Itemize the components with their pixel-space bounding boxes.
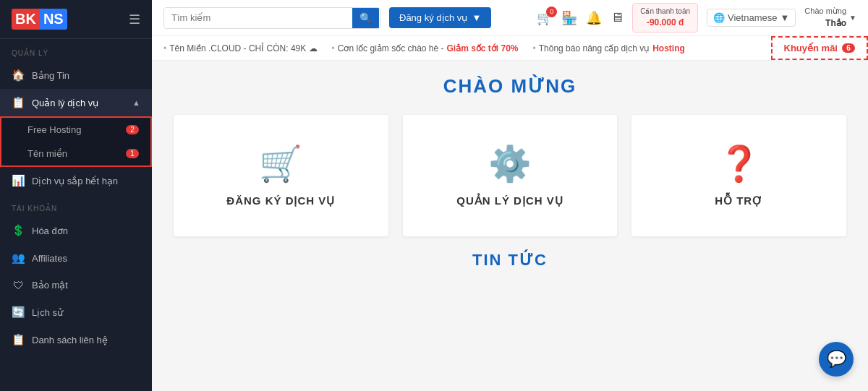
sidebar-item-lich-su[interactable]: 🔄 Lịch sử xyxy=(0,298,152,326)
sidebar-item-label-danh-sach-lien-he: Danh sách liên hệ xyxy=(32,335,108,345)
payment-label: Cần thanh toán xyxy=(640,7,690,17)
sidebar-item-label-bao-mat: Bảo mật xyxy=(32,280,68,291)
sidebar-item-label-affiliates: Affiliates xyxy=(32,253,67,264)
logo: BKNS xyxy=(12,9,67,30)
sidebar-item-quan-ly-dich-vu[interactable]: 📋 Quản lý dịch vụ ▲ xyxy=(0,89,152,116)
sidebar-item-label-bang-tin: Bảng Tin xyxy=(32,70,69,81)
greeting-line1: Chào mừng xyxy=(804,6,846,17)
search-bar: 🔍 xyxy=(163,7,380,29)
sidebar-item-dich-vu-sap-hot-han[interactable]: 📊 Dịch vụ sắp hết hạn xyxy=(0,167,152,194)
card-label-dang-ky: ĐĂNG KÝ DỊCH VỤ xyxy=(226,194,335,207)
card-label-ho-tro: HỖ TRỢ xyxy=(715,194,763,207)
sidebar-item-hoa-don[interactable]: 💲 Hóa đơn xyxy=(0,217,152,244)
header-icons: 🛒 0 🏪 🔔 🖥 Cần thanh toán -90.000 đ 🌐 Vie… xyxy=(537,3,856,33)
chat-button[interactable]: 💬 xyxy=(819,342,854,377)
home-icon: 🏠 xyxy=(12,69,25,82)
sidebar: BKNS ☰ QUẢN LÝ 🏠 Bảng Tin 📋 Quản lý dịch… xyxy=(0,0,152,391)
search-input[interactable] xyxy=(164,8,352,27)
news-bar: • Tên Miền .CLOUD - CHỈ CÒN: 49K ☁ • Cơn… xyxy=(152,36,868,61)
lang-chevron-icon: ▼ xyxy=(780,12,789,23)
chevron-up-icon: ▲ xyxy=(132,98,140,107)
lang-selector[interactable]: 🌐 Vietnamese ▼ xyxy=(707,9,796,27)
free-hosting-badge: 2 xyxy=(126,125,139,134)
cards-grid: 🛒 ĐĂNG KÝ DỊCH VỤ ⚙️ QUẢN LÝ DỊCH VỤ ❓ H… xyxy=(174,115,846,236)
card-label-quan-ly: QUẢN LÝ DỊCH VỤ xyxy=(456,194,563,207)
sidebar-item-label-lich-su: Lịch sử xyxy=(32,307,63,318)
submenu-quan-ly-dich-vu: Free Hosting 2 Tên miền 1 ← xyxy=(0,116,152,167)
logo-ns: NS xyxy=(40,9,67,30)
shop-icon: 🏪 xyxy=(561,11,577,25)
news-item-3: • Thông báo nâng cấp dịch vụ Hosting xyxy=(533,43,685,53)
section-label-tai-khoan: TÀI KHOẢN xyxy=(0,194,152,217)
shield-icon: 🛡 xyxy=(12,279,25,291)
card-dang-ky-dich-vu[interactable]: 🛒 ĐĂNG KÝ DỊCH VỤ xyxy=(174,115,388,236)
news-section-title: TIN TỨC xyxy=(174,251,846,270)
affiliates-icon: 👥 xyxy=(12,252,25,265)
shop-icon-wrap[interactable]: 🏪 xyxy=(561,10,577,26)
cart-badge: 0 xyxy=(546,7,557,17)
promo-button[interactable]: Khuyến mãi 6 xyxy=(771,36,868,60)
chart-icon: 📊 xyxy=(12,174,25,187)
greeting-text: Chào mừng Thảo xyxy=(804,6,846,29)
sidebar-item-label-dich-vu: Dịch vụ sắp hết hạn xyxy=(32,176,118,186)
cart-icon-wrap[interactable]: 🛒 0 xyxy=(537,10,553,26)
card-quan-ly-dich-vu[interactable]: ⚙️ QUẢN LÝ DỊCH VỤ xyxy=(403,115,618,236)
chat-icon: 💬 xyxy=(827,350,846,369)
ten-mien-badge: 1 xyxy=(126,149,139,158)
payment-amount: -90.000 đ xyxy=(640,17,690,29)
sidebar-item-affiliates[interactable]: 👥 Affiliates xyxy=(0,244,152,272)
top-header: 🔍 Đăng ký dịch vụ ▼ 🛒 0 🏪 🔔 🖥 Cần thanh … xyxy=(152,0,868,36)
news-item-2: • Cơn lốc giảm sốc chào hè - Giảm sốc tớ… xyxy=(332,43,519,53)
sidebar-item-label-quan-ly-dich-vu: Quản lý dịch vụ xyxy=(32,98,98,108)
cart-card-icon: 🛒 xyxy=(259,144,302,184)
sidebar-item-bang-tin[interactable]: 🏠 Bảng Tin xyxy=(0,61,152,89)
monitor-icon-wrap[interactable]: 🖥 xyxy=(610,10,624,25)
hamburger-icon[interactable]: ☰ xyxy=(129,12,140,27)
logo-bk: BK xyxy=(12,9,40,30)
payment-due[interactable]: Cần thanh toán -90.000 đ xyxy=(632,3,698,33)
lang-label: Vietnamese xyxy=(728,12,777,23)
register-label: Đăng ký dịch vụ xyxy=(399,12,467,23)
welcome-title: CHÀO MỪNG xyxy=(174,75,846,98)
invoice-icon: 💲 xyxy=(12,224,25,237)
sidebar-item-label-hoa-don: Hóa đơn xyxy=(32,225,68,236)
flag-icon: 🌐 xyxy=(713,12,725,23)
news-item-1: • Tên Miền .CLOUD - CHỈ CÒN: 49K ☁ xyxy=(163,43,318,53)
history-icon: 🔄 xyxy=(12,306,25,319)
sidebar-item-free-hosting[interactable]: Free Hosting 2 xyxy=(1,118,150,142)
ten-mien-label: Tên miền xyxy=(27,148,67,159)
services-icon: 📋 xyxy=(12,96,25,109)
user-chevron-icon: ▼ xyxy=(849,13,856,23)
monitor-icon: 🖥 xyxy=(610,10,624,25)
sidebar-logo: BKNS ☰ xyxy=(0,0,152,39)
sidebar-item-ten-mien[interactable]: Tên miền 1 xyxy=(1,142,150,166)
register-button[interactable]: Đăng ký dịch vụ ▼ xyxy=(389,7,491,28)
section-label-quan-ly: QUẢN LÝ xyxy=(0,39,152,61)
sidebar-item-danh-sach-lien-he[interactable]: 📋 Danh sách liên hệ xyxy=(0,326,152,353)
free-hosting-label: Free Hosting xyxy=(27,124,81,135)
dropdown-icon: ▼ xyxy=(472,12,481,23)
promo-badge: 6 xyxy=(842,43,855,53)
sidebar-item-bao-mat[interactable]: 🛡 Bảo mật xyxy=(0,272,152,298)
section-quan-ly: QUẢN LÝ 🏠 Bảng Tin 📋 Quản lý dịch vụ ▲ F… xyxy=(0,39,152,194)
contacts-icon: 📋 xyxy=(12,333,25,346)
main-content: 🔍 Đăng ký dịch vụ ▼ 🛒 0 🏪 🔔 🖥 Cần thanh … xyxy=(152,0,868,391)
greeting-name: Thảo xyxy=(804,17,846,30)
promo-label: Khuyến mãi xyxy=(784,43,838,53)
bell-icon-wrap[interactable]: 🔔 xyxy=(586,10,602,26)
bell-icon: 🔔 xyxy=(586,11,602,25)
gear-card-icon: ⚙️ xyxy=(488,144,532,184)
content-area: CHÀO MỪNG 🛒 ĐĂNG KÝ DỊCH VỤ ⚙️ QUẢN LÝ D… xyxy=(152,61,868,391)
question-card-icon: ❓ xyxy=(718,144,761,184)
user-greeting[interactable]: Chào mừng Thảo ▼ xyxy=(804,6,856,29)
section-tai-khoan: TÀI KHOẢN 💲 Hóa đơn 👥 Affiliates 🛡 Bảo m… xyxy=(0,194,152,353)
card-ho-tro[interactable]: ❓ HỖ TRỢ xyxy=(631,115,846,236)
search-button[interactable]: 🔍 xyxy=(352,8,379,28)
